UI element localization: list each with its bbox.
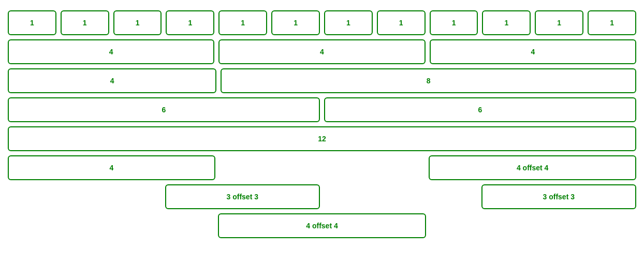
cell-1-9: 1 xyxy=(430,10,478,35)
row-5: 12 xyxy=(8,126,636,151)
cell-5-1: 12 xyxy=(8,126,636,151)
cell-7-left: 3 offset 3 xyxy=(165,184,320,209)
cell-7-right: 3 offset 3 xyxy=(481,184,637,209)
cell-3-1: 4 xyxy=(8,68,216,93)
cell-1-5: 1 xyxy=(218,10,267,35)
cell-1-7: 1 xyxy=(324,10,373,35)
cell-1-10: 1 xyxy=(482,10,531,35)
cell-1-2: 1 xyxy=(61,10,109,35)
row-3: 4 8 xyxy=(8,68,636,93)
spacer-6 xyxy=(219,155,425,180)
cell-1-4: 1 xyxy=(166,10,214,35)
cell-2-2: 4 xyxy=(218,39,425,64)
row-6: 4 4 offset 4 xyxy=(8,155,636,180)
cell-2-3: 4 xyxy=(430,39,636,64)
cell-1-1: 1 xyxy=(8,10,56,35)
spacer-8-left xyxy=(8,213,214,238)
cell-6-left: 4 xyxy=(8,155,215,180)
cell-4-1: 6 xyxy=(8,97,320,122)
cell-6-right: 4 offset 4 xyxy=(429,155,636,180)
row-2: 4 4 4 xyxy=(8,39,636,64)
cell-1-8: 1 xyxy=(377,10,426,35)
cell-4-2: 6 xyxy=(324,97,636,122)
cell-1-11: 1 xyxy=(535,10,583,35)
cell-8-center: 4 offset 4 xyxy=(218,213,426,238)
row-8: 4 offset 4 xyxy=(8,213,636,238)
row-4: 6 6 xyxy=(8,97,636,122)
cell-2-1: 4 xyxy=(8,39,214,64)
spacer-7-left xyxy=(8,184,161,209)
cell-3-2: 8 xyxy=(221,68,636,93)
spacer-7-mid xyxy=(324,184,477,209)
cell-1-12: 1 xyxy=(588,10,636,35)
spacer-8-right xyxy=(430,213,636,238)
cell-1-6: 1 xyxy=(271,10,320,35)
row-1: 1 1 1 1 1 1 1 1 1 1 1 1 xyxy=(8,10,636,35)
row-7: 3 offset 3 3 offset 3 xyxy=(8,184,636,209)
cell-1-3: 1 xyxy=(113,10,162,35)
grid-container: 1 1 1 1 1 1 1 1 1 1 1 1 4 4 4 4 8 6 6 12… xyxy=(5,5,639,248)
